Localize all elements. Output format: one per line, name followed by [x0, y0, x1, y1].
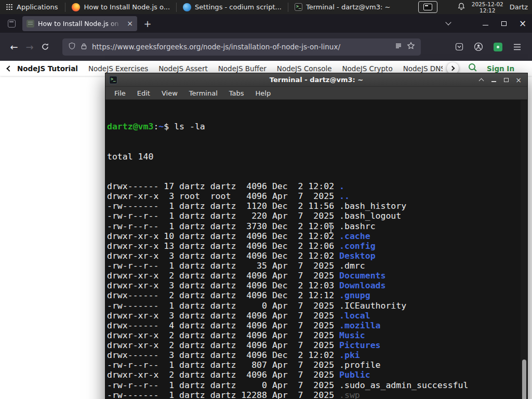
terminal-maximize-button[interactable] [501, 75, 511, 85]
scrollbar-handle[interactable] [522, 360, 526, 399]
reload-button[interactable] [37, 38, 53, 55]
terminal-menu-terminal[interactable]: Terminal [183, 87, 223, 99]
file-name: Music [339, 330, 365, 340]
file-name: Pictures [339, 340, 380, 350]
file-name: Documents [339, 271, 385, 281]
notification-bell-icon[interactable] [457, 2, 466, 12]
file-name: .bash_logout [339, 211, 401, 221]
forward-button[interactable]: → [22, 38, 37, 55]
terminal-minimize-button[interactable] [488, 75, 499, 85]
terminal-menu-tabs[interactable]: Tabs [223, 87, 250, 99]
total-line: total 140 [107, 152, 527, 162]
firefox-view-icon[interactable] [5, 17, 18, 30]
account-icon[interactable] [471, 39, 486, 55]
terminal-scrollbar[interactable] [521, 100, 527, 399]
site-nav-links: NodeJS ExercisesNodeJS AssertNodeJS Buff… [88, 64, 443, 73]
terminal-line: -rw------- 1 dartz dartz 12288 Apr 7 202… [107, 390, 527, 399]
terminal-line: drwx------ 3 dartz dartz 4096 Dec 2 12:0… [107, 350, 527, 360]
back-button[interactable]: ← [6, 38, 22, 55]
terminal-line: drwxr-xr-x 3 dartz dartz 4096 Dec 2 12:0… [107, 281, 527, 290]
taskbar-item[interactable]: Terminal - dartz@vm3: ~ [289, 0, 395, 14]
window-maximize-button[interactable] [495, 14, 513, 33]
file-name: .pki [339, 350, 360, 360]
taskbar-item[interactable]: Settings - codium script... [178, 0, 287, 14]
bookmark-star-icon[interactable] [407, 42, 415, 52]
site-nav-link[interactable]: NodeJS Exercises [88, 64, 148, 73]
text-cursor [327, 222, 335, 234]
terminal-line: drwxr-xr-x 13 dartz dartz 4096 Dec 2 12:… [107, 241, 527, 251]
tab-favicon [26, 20, 34, 28]
terminal-line: drwxr-xr-x 10 dartz dartz 4096 Dec 2 12:… [107, 231, 527, 241]
file-name: Desktop [339, 251, 376, 261]
new-tab-button[interactable]: + [141, 17, 154, 30]
terminal-title: Terminal - dartz@vm3: ~ [105, 76, 527, 84]
browser-tab-bar: How to Install Node.js on × + × [0, 14, 532, 33]
terminal-line: drwx------ 2 dartz dartz 4096 Dec 2 12:1… [107, 290, 527, 300]
terminal-line: drwxr-xr-x 3 dartz dartz 4096 Apr 7 2025… [107, 311, 527, 321]
site-nav-link[interactable]: NodeJS Console [277, 64, 332, 73]
url-text[interactable]: https://www.geeksforgeeks.org/node-js/in… [92, 43, 390, 51]
site-nav-link[interactable]: NodeJS DNS [403, 64, 443, 73]
terminal-line: drwx------ 4 dartz dartz 4096 Apr 7 2025… [107, 321, 527, 330]
nav-scroll-left-icon[interactable] [6, 65, 12, 71]
terminal-body[interactable]: dartz@vm3:~$ ls -la total 140 drwx------… [105, 100, 527, 399]
terminal-line: drwxr-xr-x 2 dartz dartz 4096 Apr 7 2025… [107, 330, 527, 340]
terminal-line: -rw-r--r-- 1 dartz dartz 807 Apr 7 2025 … [107, 360, 527, 370]
codium-icon [183, 3, 191, 11]
file-name: .dmrc [339, 261, 365, 271]
window-close-button[interactable]: × [513, 14, 532, 33]
terminal-close-button[interactable]: × [513, 75, 524, 85]
site-nav-link[interactable]: NodeJS Assert [158, 64, 208, 73]
list-all-tabs-button[interactable] [442, 17, 455, 30]
tab-close-icon[interactable]: × [127, 19, 133, 28]
site-nav-link[interactable]: NodeJS Crypto [342, 64, 393, 73]
toolbar-icons [451, 39, 526, 55]
extension-icon[interactable] [490, 39, 506, 55]
site-nav-active-item[interactable]: NodeJS Tutorial [17, 64, 78, 73]
file-name: Downloads [339, 281, 385, 290]
browser-toolbar: ← → https://www.geeksforgeeks.org/node-j… [0, 33, 532, 61]
taskbar: How to Install Node.js o...Settings - co… [64, 0, 395, 14]
taskbar-item-label: Settings - codium script... [195, 3, 282, 11]
browser-tab[interactable]: How to Install Node.js on × [22, 16, 137, 31]
file-name: .. [339, 191, 350, 201]
taskbar-item[interactable]: How to Install Node.js o... [66, 0, 175, 14]
menu-hamburger-icon[interactable] [509, 39, 525, 55]
terminal-line: -rw-r--r-- 1 dartz dartz 35 Apr 7 2025 .… [107, 261, 527, 271]
terminal-menu-help[interactable]: Help [250, 87, 277, 99]
file-name: .cache [339, 231, 370, 241]
site-nav-link[interactable]: NodeJS Buffer [218, 64, 267, 73]
reader-view-icon[interactable] [395, 42, 402, 52]
terminal-menu-edit[interactable]: Edit [131, 87, 156, 99]
file-name: .profile [339, 360, 380, 370]
terminal-window-controls: × [476, 75, 524, 85]
tab-bar-controls: × [442, 14, 532, 33]
panel-separator [65, 3, 65, 12]
window-buttons-plugin[interactable] [418, 1, 437, 13]
terminal-app-icon [109, 76, 117, 84]
terminal-line: drwxr-xr-x 3 root root 4096 Apr 7 2025 .… [107, 191, 527, 201]
terminal-line: drwxr-xr-x 2 dartz dartz 4096 Apr 7 2025… [107, 370, 527, 380]
terminal-shade-button[interactable] [476, 75, 486, 85]
taskbar-item-label: How to Install Node.js o... [84, 3, 170, 11]
prompt-symbol: $ [164, 122, 169, 131]
file-name: .gnupg [339, 290, 370, 300]
file-name: .swp [339, 390, 360, 399]
file-name: .ICEauthority [339, 301, 406, 311]
terminal-line: drwxr-xr-x 3 dartz dartz 4096 Dec 2 12:0… [107, 251, 527, 261]
panel-clock[interactable]: 2025-12-02 12:12 [472, 1, 503, 14]
pocket-icon[interactable] [451, 39, 467, 55]
url-bar[interactable]: https://www.geeksforgeeks.org/node-js/in… [62, 38, 421, 56]
top-panel: Applications How to Install Node.js o...… [0, 0, 532, 14]
terminal-titlebar[interactable]: Terminal - dartz@vm3: ~ × [105, 73, 527, 87]
terminal-line: -rw-r--r-- 1 dartz dartz 220 Apr 7 2025 … [107, 211, 527, 221]
user-menu[interactable]: Dartz [510, 3, 528, 11]
tracking-shield-icon[interactable] [68, 42, 76, 52]
applications-menu-button[interactable]: Applications [0, 0, 64, 14]
sign-in-button[interactable]: Sign In [487, 64, 514, 73]
window-minimize-button[interactable] [476, 14, 495, 33]
terminal-menu-view[interactable]: View [156, 87, 183, 99]
lock-icon[interactable] [81, 42, 87, 52]
file-name: . [339, 181, 344, 191]
terminal-menu-file[interactable]: File [109, 87, 131, 99]
